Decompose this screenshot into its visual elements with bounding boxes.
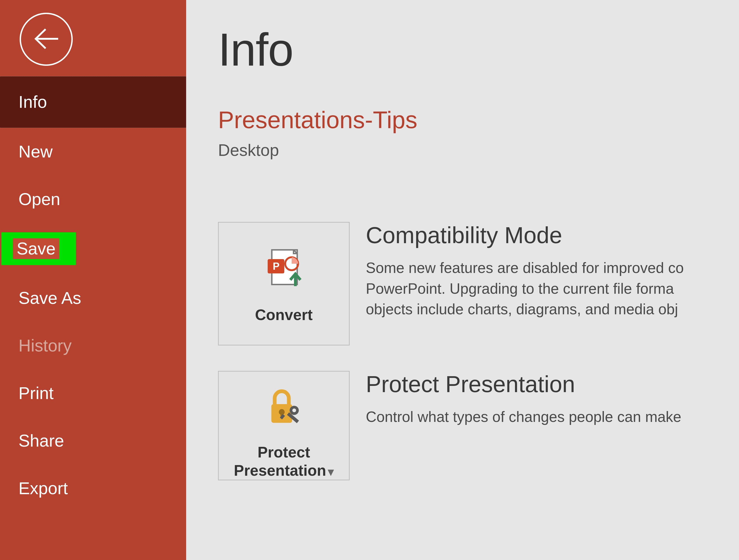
sidebar-item-label: New <box>18 142 53 161</box>
section-text: Compatibility Mode Some new features are… <box>366 222 739 345</box>
tile-label: Convert <box>255 306 312 324</box>
sidebar-item-save[interactable]: Save <box>13 238 59 259</box>
sidebar-item-save-as[interactable]: Save As <box>0 274 186 322</box>
section-text: Protect Presentation Control what types … <box>366 371 739 480</box>
back-circle <box>20 13 73 66</box>
sidebar-item-history: History <box>0 322 186 370</box>
sidebar-item-label: Save As <box>18 288 81 308</box>
sidebar-item-label: Save <box>17 239 56 258</box>
sidebar-item-new[interactable]: New <box>0 128 186 175</box>
tile-label-text: Protect Presentation <box>234 444 326 479</box>
sidebar: Info New Open Save Save As History <box>0 0 186 560</box>
section-body: Control what types of changes people can… <box>366 407 739 427</box>
section-heading: Compatibility Mode <box>366 222 739 249</box>
sidebar-item-label: Info <box>18 92 47 112</box>
body-line: Some new features are disabled for impro… <box>366 258 739 279</box>
arrow-left-icon <box>31 24 61 55</box>
svg-text:P: P <box>273 261 279 272</box>
sidebar-item-share[interactable]: Share <box>0 417 186 465</box>
section-heading: Protect Presentation <box>366 371 739 397</box>
section-compatibility: P Convert Compatibility Mode Some new fe… <box>218 222 739 345</box>
sidebar-item-label: Share <box>18 431 64 450</box>
tile-label: Protect Presentation▾ <box>219 443 349 479</box>
body-line: Control what types of changes people can… <box>366 407 739 427</box>
sidebar-item-open[interactable]: Open <box>0 175 186 223</box>
document-title[interactable]: Presentations-Tips <box>218 106 739 134</box>
sidebar-item-info[interactable]: Info <box>0 76 186 128</box>
back-button[interactable] <box>18 12 74 67</box>
sidebar-item-label: Open <box>18 189 60 209</box>
sidebar-item-print[interactable]: Print <box>0 370 186 417</box>
body-line: PowerPoint. Upgrading to the current fil… <box>366 279 739 299</box>
svg-point-9 <box>292 409 296 412</box>
content-pane: Info Presentations-Tips Desktop P <box>186 0 739 560</box>
powerpoint-convert-icon: P <box>259 243 309 294</box>
sidebar-menu: Info New Open Save Save As History <box>0 76 186 512</box>
document-location[interactable]: Desktop <box>218 141 739 160</box>
backstage-view: Info New Open Save Save As History <box>0 0 739 560</box>
tutorial-highlight: Save <box>1 232 76 265</box>
sidebar-item-label: History <box>18 336 71 355</box>
sidebar-item-export[interactable]: Export <box>0 465 186 512</box>
sidebar-item-label: Print <box>18 384 53 403</box>
page-title: Info <box>218 23 739 76</box>
lock-key-icon <box>259 381 309 432</box>
protect-presentation-button[interactable]: Protect Presentation▾ <box>218 371 350 480</box>
section-body: Some new features are disabled for impro… <box>366 258 739 320</box>
sidebar-item-save-highlight: Save <box>0 232 186 265</box>
chevron-down-icon: ▾ <box>328 465 334 478</box>
convert-button[interactable]: P Convert <box>218 222 350 345</box>
sidebar-item-label: Export <box>18 479 68 498</box>
body-line: objects include charts, diagrams, and me… <box>366 299 739 320</box>
section-protect: Protect Presentation▾ Protect Presentati… <box>218 371 739 480</box>
